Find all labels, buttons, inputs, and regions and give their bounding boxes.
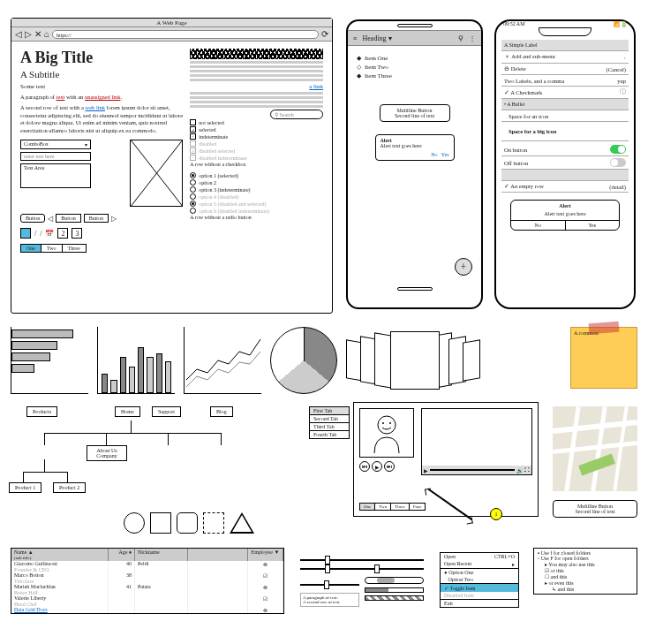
menu-option-2[interactable]: Option Two <box>441 576 518 583</box>
fullscreen-icon[interactable]: ⛶ <box>524 467 530 473</box>
node-about[interactable]: About Us Company <box>87 445 127 461</box>
list-row[interactable]: Two Labels, and a commayup <box>501 75 629 87</box>
textarea[interactable]: Text Area <box>20 163 91 188</box>
list-item[interactable]: Item Three <box>365 72 392 80</box>
number-box[interactable]: 2 <box>57 228 68 239</box>
menu-option-1[interactable]: ● Option One <box>441 569 518 576</box>
unassigned-link[interactable]: unassigned link <box>85 94 121 100</box>
list-row[interactable]: Space for an icon <box>501 110 629 122</box>
info-icon[interactable]: ⓘ <box>620 88 626 96</box>
node-product-1[interactable]: Product 1 <box>9 482 41 493</box>
more-icon[interactable]: ⋮ <box>469 34 476 42</box>
prev-button[interactable]: ⏮ <box>359 461 370 472</box>
color-swatch[interactable] <box>20 228 31 239</box>
tree-item[interactable]: ☑ or this <box>536 567 635 573</box>
menu-toggle[interactable]: ✓ Toggle Item <box>441 584 518 592</box>
button-2[interactable]: Button <box>56 214 80 223</box>
tab-three[interactable]: Three <box>391 503 410 511</box>
video-player[interactable]: ▶ 🔊 ⛶ <box>421 408 532 475</box>
play-button[interactable]: ▶ <box>372 461 382 472</box>
button-3[interactable]: Button <box>84 214 109 223</box>
a-link[interactable]: a link <box>190 83 323 90</box>
forward-icon[interactable]: ▷ <box>25 29 32 39</box>
map-widget[interactable] <box>553 406 637 491</box>
play-icon[interactable]: ▶ <box>424 467 428 474</box>
menu-open[interactable]: OpenCTRL+O <box>441 553 518 560</box>
fab-add-button[interactable]: + <box>455 258 472 276</box>
segment-three[interactable]: Three <box>63 244 87 253</box>
combobox[interactable]: ComboBox▾ <box>20 140 91 149</box>
back-icon[interactable]: ◁ <box>15 29 22 39</box>
text-link[interactable]: text <box>57 94 65 100</box>
checkbox: ✓ <box>190 148 196 154</box>
checkbox[interactable] <box>190 119 196 125</box>
tab-one[interactable]: One <box>359 503 375 511</box>
menu-open-recent[interactable]: Open Recent▸ <box>441 560 518 568</box>
tree-item[interactable]: ▸ You may also use this <box>536 561 635 567</box>
reload-icon[interactable]: ⟳ <box>321 29 328 39</box>
toggle-off[interactable] <box>610 158 626 167</box>
tree-view: ▪ Use f for closed folders ▫ Use F for o… <box>533 548 637 595</box>
tab-two[interactable]: Two <box>375 503 391 511</box>
sticky-note[interactable]: A comment <box>570 327 637 389</box>
node-home[interactable]: Home <box>115 406 140 417</box>
tab-four[interactable]: Four <box>410 503 426 511</box>
scrollbar[interactable] <box>365 577 424 584</box>
tab-fourth[interactable]: Fourth Tab <box>309 430 350 439</box>
coverflow[interactable] <box>346 327 480 394</box>
volume-icon[interactable]: 🔊 <box>516 467 523 474</box>
list-row[interactable]: ✓ An empty row(detail) <box>501 181 629 193</box>
table-row[interactable]: Giacomo Guilizzoni40Peldi⊗ <box>11 561 283 567</box>
checkbox[interactable]: ✓ <box>190 126 196 133</box>
chevron-down-icon[interactable]: ▾ <box>388 34 392 42</box>
list-row-delete[interactable]: ⊖ Delete(Cancel) <box>501 64 629 75</box>
menu-exit[interactable]: Exit <box>441 600 518 607</box>
list-row[interactable]: ✓ A Checkmarkⓘ <box>501 87 629 99</box>
radio[interactable] <box>190 172 196 178</box>
multiline-button-2[interactable]: Multiline Button Second line of text <box>553 500 637 518</box>
list-item[interactable]: Item One <box>365 55 388 62</box>
charts-row <box>11 327 480 394</box>
list-row[interactable]: ＋ Add and sub-menu› <box>501 51 629 64</box>
radio[interactable] <box>190 179 196 186</box>
table-row[interactable]: Marco Botton38☑ <box>11 572 283 579</box>
table-row[interactable]: Valerie Liberty☑ <box>11 595 283 602</box>
tree-item[interactable]: ☐ and this <box>536 573 635 580</box>
list-item[interactable]: Item Two <box>365 64 388 71</box>
home-icon[interactable]: ⌂ <box>44 29 49 39</box>
no-button[interactable]: No <box>511 221 565 230</box>
slider[interactable] <box>300 559 424 561</box>
number-box[interactable]: 3 <box>72 228 82 239</box>
node-blog[interactable]: Blog <box>210 406 233 417</box>
no-button[interactable]: No <box>431 152 437 157</box>
url-input[interactable]: https:// <box>52 30 319 39</box>
slider-2[interactable] <box>300 584 359 586</box>
node-products[interactable]: Products <box>26 406 57 417</box>
close-icon[interactable]: ✕ <box>34 29 41 39</box>
text-input[interactable]: enter text here <box>20 152 91 161</box>
toggle-on[interactable] <box>610 145 626 154</box>
web-link[interactable]: web link <box>85 104 105 110</box>
button[interactable]: Button <box>20 214 45 223</box>
table-row[interactable]: Mariah Maclachlan41Patata⊗ <box>11 584 283 590</box>
calendar-icon[interactable]: 📅 <box>45 230 54 238</box>
range-slider[interactable] <box>300 568 424 570</box>
grid-docs-link[interactable]: Data Grid Docs <box>11 607 109 613</box>
checkbox[interactable]: − <box>190 133 196 140</box>
node-product-2[interactable]: Product 2 <box>53 482 86 493</box>
search-input[interactable]: ⚲ Search <box>270 110 323 119</box>
yes-button[interactable]: Yes <box>441 152 449 157</box>
next-button[interactable]: ⏭ <box>384 461 395 472</box>
segment-one[interactable]: One <box>20 244 41 253</box>
segment-two[interactable]: Two <box>41 244 63 253</box>
tree-item[interactable]: ↳ and this <box>536 586 635 592</box>
search-icon[interactable]: ⚲ <box>458 34 463 42</box>
yes-button[interactable]: Yes <box>565 221 620 230</box>
node-support[interactable]: Support <box>152 406 181 417</box>
multiline-button[interactable]: Multiline Button Second line of text <box>380 104 450 122</box>
list-row[interactable]: Space for a big icon <box>501 122 629 141</box>
table-header: Name ▲(sub title) Age ♦ Nickname Employe… <box>11 549 283 561</box>
menu-icon[interactable]: ≡ <box>353 34 358 42</box>
tree-item[interactable]: ▸ or even this <box>536 580 635 586</box>
radio[interactable] <box>190 186 196 193</box>
